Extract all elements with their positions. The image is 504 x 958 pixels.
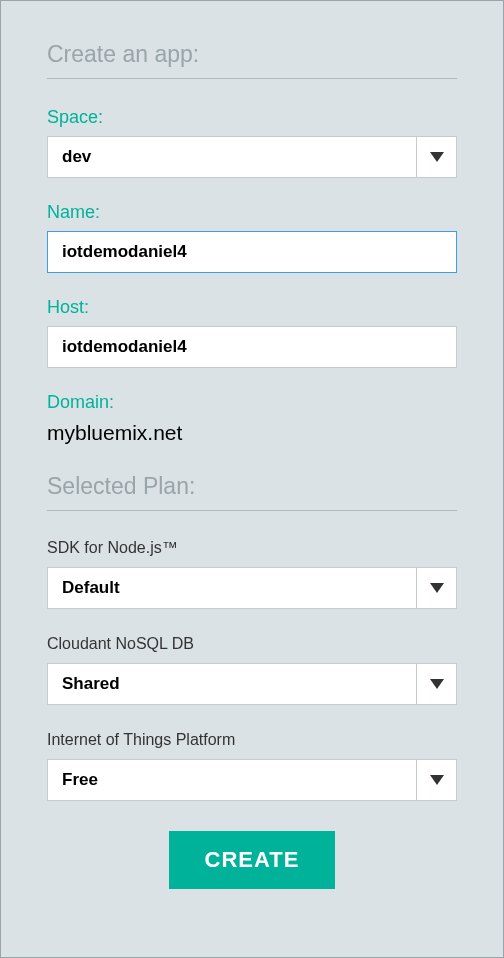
domain-label: Domain: [47, 392, 457, 413]
divider [47, 510, 457, 511]
chevron-down-icon [416, 760, 456, 800]
host-input[interactable] [47, 326, 457, 368]
svg-marker-3 [430, 775, 444, 785]
space-select-value: dev [48, 147, 416, 167]
plan-select-value-2: Free [48, 770, 416, 790]
name-input[interactable] [47, 231, 457, 273]
plan-label-0: SDK for Node.js™ [47, 539, 457, 557]
plan-label-1: Cloudant NoSQL DB [47, 635, 457, 653]
plan-select-2[interactable]: Free [47, 759, 457, 801]
domain-field-group: Domain: mybluemix.net [47, 392, 457, 445]
space-label: Space: [47, 107, 457, 128]
domain-value: mybluemix.net [47, 421, 457, 445]
plan-select-0[interactable]: Default [47, 567, 457, 609]
name-field-group: Name: [47, 202, 457, 273]
form-title: Create an app: [47, 41, 457, 68]
plan-select-1[interactable]: Shared [47, 663, 457, 705]
chevron-down-icon [416, 137, 456, 177]
host-field-group: Host: [47, 297, 457, 368]
name-label: Name: [47, 202, 457, 223]
selected-plan-title: Selected Plan: [47, 473, 457, 500]
plan-label-2: Internet of Things Platform [47, 731, 457, 749]
plan-select-value-0: Default [48, 578, 416, 598]
create-app-form: Create an app: Space: dev Name: Host: Do… [47, 41, 457, 889]
plan-group-1: Cloudant NoSQL DB Shared [47, 635, 457, 705]
plan-select-value-1: Shared [48, 674, 416, 694]
svg-marker-0 [430, 152, 444, 162]
chevron-down-icon [416, 664, 456, 704]
plan-group-0: SDK for Node.js™ Default [47, 539, 457, 609]
chevron-down-icon [416, 568, 456, 608]
divider [47, 78, 457, 79]
plan-group-2: Internet of Things Platform Free [47, 731, 457, 801]
space-select[interactable]: dev [47, 136, 457, 178]
host-label: Host: [47, 297, 457, 318]
create-button[interactable]: CREATE [169, 831, 336, 889]
svg-marker-2 [430, 679, 444, 689]
space-field-group: Space: dev [47, 107, 457, 178]
svg-marker-1 [430, 583, 444, 593]
